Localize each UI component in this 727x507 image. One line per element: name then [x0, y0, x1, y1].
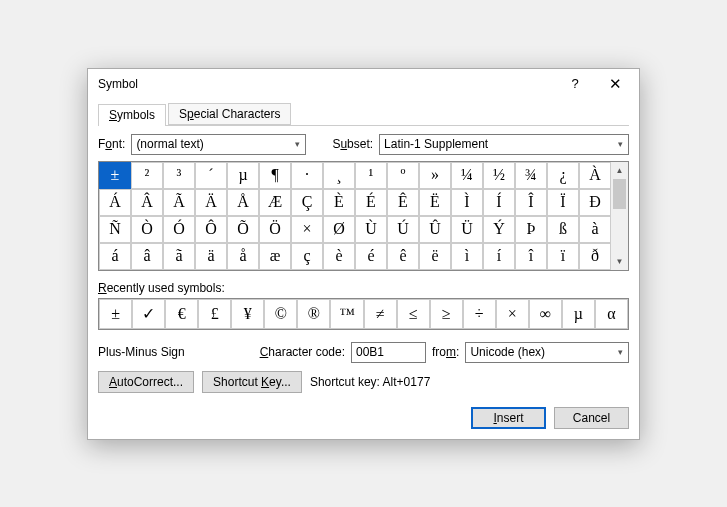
- recent-symbol-cell[interactable]: ±: [99, 299, 132, 329]
- scroll-thumb[interactable]: [613, 179, 626, 209]
- char-code-input[interactable]: [351, 342, 426, 363]
- symbol-cell[interactable]: Õ: [227, 216, 259, 243]
- font-label: Font:: [98, 137, 125, 151]
- recent-symbol-cell[interactable]: ÷: [463, 299, 496, 329]
- symbol-name: Plus-Minus Sign: [98, 345, 254, 359]
- symbol-cell[interactable]: ç: [291, 243, 323, 270]
- scroll-up-icon[interactable]: ▲: [611, 162, 628, 179]
- insert-button[interactable]: Insert: [471, 407, 546, 429]
- font-combo[interactable]: (normal text) ▾: [131, 134, 306, 155]
- symbol-cell[interactable]: ¶: [259, 162, 291, 189]
- symbol-cell[interactable]: ×: [291, 216, 323, 243]
- recent-symbol-cell[interactable]: µ: [562, 299, 595, 329]
- recent-symbol-cell[interactable]: €: [165, 299, 198, 329]
- symbol-cell[interactable]: Ø: [323, 216, 355, 243]
- grid-scrollbar[interactable]: ▲ ▼: [611, 162, 628, 270]
- symbol-cell[interactable]: î: [515, 243, 547, 270]
- help-button[interactable]: ?: [555, 70, 595, 98]
- symbol-cell[interactable]: Þ: [515, 216, 547, 243]
- symbol-cell[interactable]: ¸: [323, 162, 355, 189]
- symbol-cell[interactable]: Â: [131, 189, 163, 216]
- symbol-cell[interactable]: Ë: [419, 189, 451, 216]
- symbol-cell[interactable]: Á: [99, 189, 131, 216]
- symbol-cell[interactable]: È: [323, 189, 355, 216]
- cancel-button[interactable]: Cancel: [554, 407, 629, 429]
- symbol-cell[interactable]: ã: [163, 243, 195, 270]
- shortcut-key-button[interactable]: Shortcut Key...: [202, 371, 302, 393]
- symbol-cell[interactable]: à: [579, 216, 611, 243]
- symbol-cell[interactable]: ë: [419, 243, 451, 270]
- symbol-cell[interactable]: ½: [483, 162, 515, 189]
- recent-symbol-cell[interactable]: ©: [264, 299, 297, 329]
- symbol-cell[interactable]: Ò: [131, 216, 163, 243]
- recent-symbol-cell[interactable]: ≠: [364, 299, 397, 329]
- symbol-cell[interactable]: ¾: [515, 162, 547, 189]
- symbol-cell[interactable]: À: [579, 162, 611, 189]
- symbol-cell[interactable]: Ð: [579, 189, 611, 216]
- symbol-cell[interactable]: Ê: [387, 189, 419, 216]
- from-combo[interactable]: Unicode (hex) ▾: [465, 342, 629, 363]
- symbol-cell[interactable]: ï: [547, 243, 579, 270]
- tab-symbols[interactable]: SSymbolsymbols: [98, 104, 166, 126]
- symbol-cell[interactable]: ·: [291, 162, 323, 189]
- close-icon: ✕: [609, 75, 622, 93]
- symbol-cell[interactable]: ³: [163, 162, 195, 189]
- symbol-cell[interactable]: ê: [387, 243, 419, 270]
- symbol-cell[interactable]: ´: [195, 162, 227, 189]
- recent-symbol-cell[interactable]: ¥: [231, 299, 264, 329]
- symbol-cell[interactable]: á: [99, 243, 131, 270]
- symbol-cell[interactable]: Ñ: [99, 216, 131, 243]
- symbol-cell[interactable]: µ: [227, 162, 259, 189]
- symbol-cell[interactable]: Í: [483, 189, 515, 216]
- recent-symbol-cell[interactable]: ≥: [430, 299, 463, 329]
- recent-symbol-cell[interactable]: ≤: [397, 299, 430, 329]
- symbol-cell[interactable]: ¼: [451, 162, 483, 189]
- symbol-cell[interactable]: Å: [227, 189, 259, 216]
- symbol-cell[interactable]: Ä: [195, 189, 227, 216]
- recent-symbol-cell[interactable]: ™: [330, 299, 363, 329]
- recent-symbol-cell[interactable]: ®: [297, 299, 330, 329]
- scroll-down-icon[interactable]: ▼: [611, 253, 628, 270]
- symbol-cell[interactable]: æ: [259, 243, 291, 270]
- symbol-cell[interactable]: ä: [195, 243, 227, 270]
- symbol-cell[interactable]: ¹: [355, 162, 387, 189]
- font-subset-row: Font: (normal text) ▾ Subset: Latin-1 Su…: [98, 134, 629, 155]
- autocorrect-button[interactable]: AutoCorrect...: [98, 371, 194, 393]
- symbol-cell[interactable]: Î: [515, 189, 547, 216]
- symbol-cell[interactable]: ì: [451, 243, 483, 270]
- symbol-cell[interactable]: Ö: [259, 216, 291, 243]
- symbol-cell[interactable]: ¿: [547, 162, 579, 189]
- symbol-cell[interactable]: Ï: [547, 189, 579, 216]
- recent-symbol-cell[interactable]: α: [595, 299, 628, 329]
- symbol-cell[interactable]: Ç: [291, 189, 323, 216]
- symbol-cell[interactable]: é: [355, 243, 387, 270]
- symbol-cell[interactable]: ð: [579, 243, 611, 270]
- symbol-cell[interactable]: Ô: [195, 216, 227, 243]
- symbol-cell[interactable]: Û: [419, 216, 451, 243]
- symbol-cell[interactable]: º: [387, 162, 419, 189]
- subset-combo[interactable]: Latin-1 Supplement ▾: [379, 134, 629, 155]
- symbol-cell[interactable]: ±: [99, 162, 131, 189]
- tab-special-characters[interactable]: Special Characters: [168, 103, 291, 125]
- recent-symbol-cell[interactable]: ∞: [529, 299, 562, 329]
- symbol-cell[interactable]: Ã: [163, 189, 195, 216]
- symbol-cell[interactable]: Ü: [451, 216, 483, 243]
- symbol-cell[interactable]: Ú: [387, 216, 419, 243]
- close-button[interactable]: ✕: [595, 70, 635, 98]
- symbol-cell[interactable]: Ù: [355, 216, 387, 243]
- symbol-cell[interactable]: É: [355, 189, 387, 216]
- recent-symbol-cell[interactable]: ✓: [132, 299, 165, 329]
- symbol-cell[interactable]: Ý: [483, 216, 515, 243]
- symbol-cell[interactable]: â: [131, 243, 163, 270]
- recent-symbol-cell[interactable]: £: [198, 299, 231, 329]
- symbol-cell[interactable]: Æ: [259, 189, 291, 216]
- symbol-cell[interactable]: »: [419, 162, 451, 189]
- symbol-cell[interactable]: ß: [547, 216, 579, 243]
- symbol-cell[interactable]: å: [227, 243, 259, 270]
- symbol-cell[interactable]: è: [323, 243, 355, 270]
- symbol-cell[interactable]: Ó: [163, 216, 195, 243]
- recent-symbol-cell[interactable]: ×: [496, 299, 529, 329]
- symbol-cell[interactable]: ²: [131, 162, 163, 189]
- symbol-cell[interactable]: Ì: [451, 189, 483, 216]
- symbol-cell[interactable]: í: [483, 243, 515, 270]
